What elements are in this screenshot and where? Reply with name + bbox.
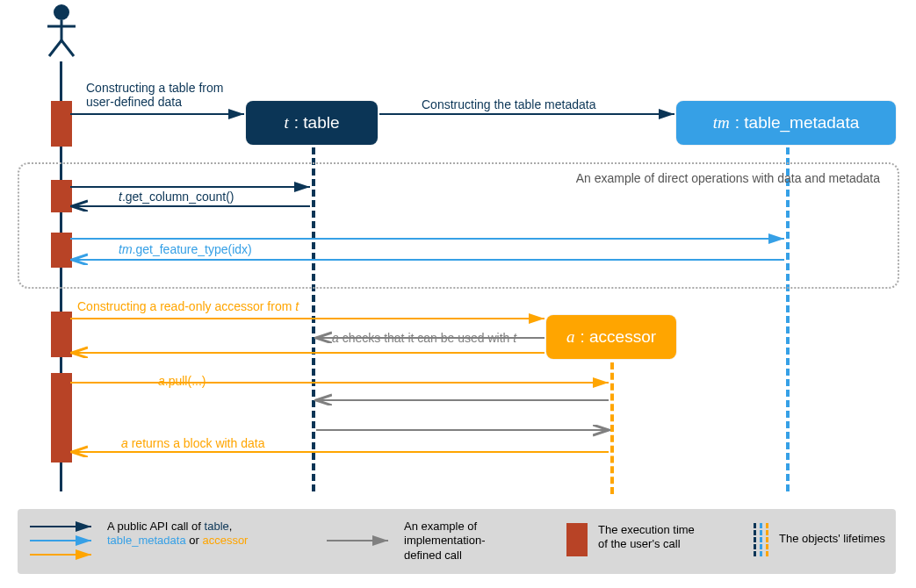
lifeline-accessor <box>610 362 614 494</box>
label-check-t: t <box>513 331 516 345</box>
svg-line-4 <box>61 40 74 56</box>
object-tm-var: tm <box>713 113 730 133</box>
object-table-var: t <box>284 113 288 133</box>
label-check-a: a <box>332 331 339 345</box>
legend-exec-l1: The execution time <box>598 523 695 536</box>
diagram-stage: An example of direct operations with dat… <box>0 0 916 588</box>
label-getfeat-var: tm <box>119 242 133 256</box>
direct-ops-region: An example of direct operations with dat… <box>18 162 899 289</box>
legend-api-tm: table_metadata <box>107 534 186 547</box>
label-getcol: .get_column_count() <box>122 190 234 204</box>
legend-exec-l2: of the user's call <box>598 537 681 550</box>
svg-line-3 <box>49 40 61 56</box>
label-construct-table-l1: Constructing a table from <box>86 81 223 95</box>
label-construct-acc-t: t <box>295 299 299 313</box>
legend-rust-block <box>566 523 588 556</box>
legend-impl-l1: An example of <box>404 520 477 533</box>
label-construct-table-l2: user-defined data <box>86 95 182 109</box>
object-table-metadata: tm : table_metadata <box>676 101 896 145</box>
object-table: t : table <box>246 101 378 145</box>
legend-life: The objects' lifetimes <box>779 532 885 545</box>
legend-api-or: or <box>186 534 203 547</box>
label-returns: returns a block with data <box>128 436 265 450</box>
activation-construct-accessor <box>51 312 72 357</box>
legend-lifetime: The objects' lifetimes <box>754 523 885 556</box>
label-construct-acc: Constructing a read-only accessor from <box>77 299 295 313</box>
legend-api: A public API call of table, table_metada… <box>28 520 248 562</box>
activation-construct <box>51 101 72 147</box>
legend-api-l1: A public API call of <box>107 520 205 533</box>
object-tm-type: table_metadata <box>744 113 859 133</box>
legend: A public API call of table, table_metada… <box>18 509 896 574</box>
legend-dashed-trio <box>754 523 768 556</box>
object-table-type: table <box>303 113 339 133</box>
object-accessor: a : accessor <box>546 315 676 359</box>
actor-icon <box>46 4 77 58</box>
label-construct-tm: Constructing the table metadata <box>422 97 595 111</box>
svg-point-0 <box>54 4 69 20</box>
legend-api-sep: , <box>229 520 233 533</box>
activation-pull <box>51 373 72 463</box>
legend-impl-l3: defined call <box>404 549 462 562</box>
legend-exec: The execution time of the user's call <box>566 523 695 556</box>
label-pull-var: a <box>158 374 165 388</box>
object-acc-var: a <box>566 327 575 347</box>
label-pull: .pull(...) <box>165 374 206 388</box>
legend-impl: An example of implementation- defined ca… <box>325 520 486 563</box>
label-check: checks that it can be used with <box>339 331 513 345</box>
object-acc-type: accessor <box>589 327 656 347</box>
legend-api-table: table <box>205 520 229 533</box>
label-getfeat: .get_feature_type(idx) <box>133 242 252 256</box>
label-returns-var: a <box>121 436 128 450</box>
legend-impl-l2: implementation- <box>404 534 486 547</box>
region-title: An example of direct operations with dat… <box>576 171 880 185</box>
legend-api-acc: accessor <box>202 534 248 547</box>
